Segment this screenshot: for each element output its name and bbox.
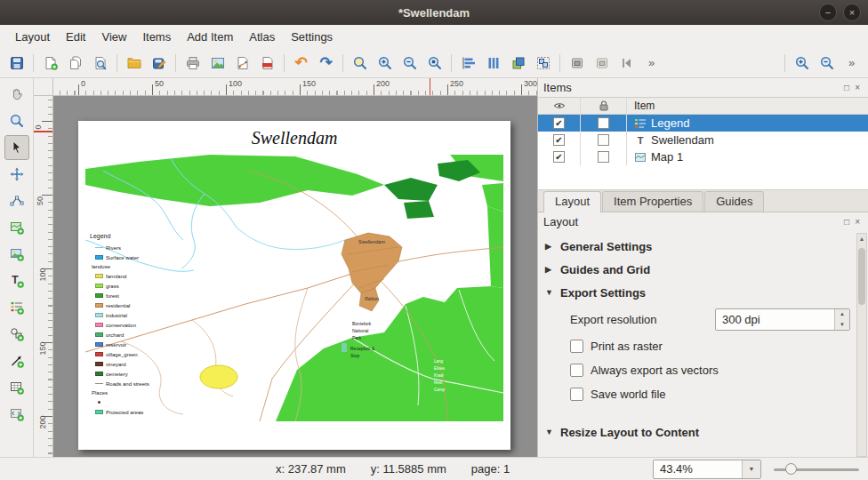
spinner-up-icon[interactable]: ▲ — [835, 309, 849, 320]
scrollbar-up-icon[interactable]: ▲ — [857, 234, 866, 244]
close-panel-icon[interactable]: × — [852, 83, 863, 92]
item-column-header[interactable]: Item — [627, 98, 868, 114]
scrollbar-thumb[interactable] — [858, 248, 865, 305]
save-project-button[interactable] — [4, 51, 28, 75]
menubar: Layout Edit View Items Add Item Atlas Se… — [0, 25, 868, 48]
zoom-in-button[interactable] — [790, 51, 814, 75]
visibility-checkbox[interactable]: ✔ — [553, 117, 565, 129]
tab-guides[interactable]: Guides — [704, 191, 764, 212]
always-export-vectors-checkbox[interactable] — [570, 364, 583, 377]
menu-atlas[interactable]: Atlas — [241, 27, 283, 47]
float-panel-icon[interactable]: □ — [841, 217, 852, 227]
menu-settings[interactable]: Settings — [283, 27, 341, 47]
menu-items[interactable]: Items — [134, 27, 179, 47]
swatch — [95, 383, 103, 385]
items-row-map1[interactable]: ✔ Map 1 — [538, 148, 868, 165]
new-layout-button[interactable] — [38, 51, 62, 75]
section-general-settings[interactable]: ▶ General Settings — [545, 235, 850, 258]
add-picture-tool-button[interactable] — [4, 242, 29, 267]
print-button[interactable] — [181, 51, 205, 75]
select-move-item-tool-button[interactable] — [4, 135, 29, 160]
zoom-out-tool-button[interactable] — [398, 51, 422, 75]
visibility-checkbox[interactable]: ✔ — [553, 134, 565, 146]
legend-item[interactable]: Legend Rivers Surface water landuse farm… — [90, 233, 165, 417]
lock-checkbox[interactable] — [598, 117, 609, 129]
items-row-legend[interactable]: ✔ Legend — [538, 115, 868, 132]
open-folder-button[interactable] — [122, 51, 146, 75]
lock-checkbox[interactable] — [598, 134, 609, 146]
menu-edit[interactable]: Edit — [58, 27, 93, 47]
zoom-out-button[interactable] — [815, 51, 839, 75]
toolbar-overflow-button[interactable]: » — [639, 51, 663, 75]
lock-column-header[interactable] — [581, 98, 627, 114]
map-title-item[interactable]: Swellendam — [78, 128, 510, 148]
move-item-content-tool-button[interactable] — [4, 162, 29, 187]
close-panel-icon[interactable]: × — [852, 217, 863, 227]
group-items-button[interactable] — [531, 51, 555, 75]
menu-add-item[interactable]: Add Item — [179, 27, 241, 47]
swatch — [95, 352, 103, 356]
zoom-full-button[interactable] — [348, 51, 372, 75]
align-items-button[interactable] — [456, 51, 480, 75]
section-guides-and-grid[interactable]: ▶ Guides and Grid — [545, 258, 850, 281]
distribute-items-button[interactable] — [481, 51, 505, 75]
unlock-items-button[interactable] — [590, 51, 614, 75]
toolbar-separator — [784, 54, 785, 72]
zoom-in-tool-button[interactable] — [373, 51, 397, 75]
nav-back-button[interactable] — [615, 51, 639, 75]
visibility-checkbox[interactable]: ✔ — [553, 151, 565, 163]
zoom-tool-button[interactable] — [4, 108, 29, 133]
edit-nodes-tool-button[interactable] — [4, 188, 29, 213]
print-as-raster-checkbox[interactable] — [570, 340, 583, 353]
redo-button[interactable]: ↷ — [314, 51, 338, 75]
print-as-raster-row: Print as raster — [570, 334, 850, 358]
add-shape-tool-button[interactable] — [4, 322, 29, 347]
float-panel-icon[interactable]: □ — [841, 83, 852, 92]
tab-layout[interactable]: Layout — [543, 191, 601, 212]
minimize-button[interactable]: − — [819, 4, 837, 21]
add-html-tool-button[interactable] — [4, 402, 29, 427]
pan-tool-button[interactable] — [4, 82, 29, 107]
layout-page[interactable]: Swellendam — [78, 121, 510, 450]
cursor-x: x: 237.87 mm — [276, 462, 346, 476]
raise-items-button[interactable] — [506, 51, 530, 75]
panel-scrollbar[interactable]: ▲ — [856, 233, 867, 457]
add-map-tool-button[interactable] — [4, 215, 29, 240]
titlebar[interactable]: *Swellendam − × — [0, 0, 868, 25]
save-world-file-checkbox[interactable] — [570, 388, 583, 401]
export-pdf-button[interactable] — [255, 51, 279, 75]
export-resolution-spinner[interactable]: 300 dpi ▲ ▼ — [715, 308, 850, 331]
close-button[interactable]: × — [843, 4, 861, 21]
add-table-tool-button[interactable] — [4, 375, 29, 400]
save-as-template-button[interactable] — [147, 51, 171, 75]
dropdown-arrow-icon[interactable]: ▼ — [742, 460, 760, 478]
lock-items-button[interactable] — [565, 51, 589, 75]
zoom-slider-handle[interactable] — [785, 463, 797, 475]
zoom-slider[interactable] — [774, 460, 859, 478]
section-resize-layout[interactable]: ▼ Resize Layout to Content — [545, 420, 850, 444]
duplicate-layout-button[interactable] — [63, 51, 87, 75]
menu-layout[interactable]: Layout — [7, 27, 58, 47]
export-svg-button[interactable] — [230, 51, 254, 75]
tab-item-properties[interactable]: Item Properties — [602, 191, 703, 212]
spinner-down-icon[interactable]: ▼ — [835, 319, 849, 330]
zoom-level-combo[interactable]: 43.4% ▼ — [653, 460, 761, 479]
export-image-button[interactable] — [205, 51, 229, 75]
section-export-settings[interactable]: ▼ Export Settings — [545, 281, 850, 304]
layout-canvas[interactable]: Swellendam — [53, 96, 537, 457]
zoom-actual-button[interactable] — [422, 51, 446, 75]
toolbar-overflow-right-button[interactable]: » — [840, 51, 864, 75]
add-label-tool-button[interactable]: T — [4, 268, 29, 293]
legend-entry: residential — [90, 300, 165, 310]
ellipse-shape-item[interactable] — [200, 365, 237, 388]
ruler-vertical: 0 50 100 150 200 — [34, 96, 53, 457]
undo-button[interactable]: ↶ — [289, 51, 313, 75]
menu-view[interactable]: View — [93, 27, 134, 47]
visibility-column-header[interactable] — [538, 98, 581, 114]
items-row-swellendam[interactable]: ✔ TSwellendam — [538, 132, 868, 148]
add-legend-tool-button[interactable] — [4, 295, 29, 320]
statusbar: x: 237.87 mm y: 11.5885 mm page: 1 43.4%… — [0, 457, 868, 480]
add-arrow-tool-button[interactable] — [4, 348, 29, 373]
layout-manager-button[interactable] — [88, 51, 112, 75]
lock-checkbox[interactable] — [598, 151, 609, 163]
